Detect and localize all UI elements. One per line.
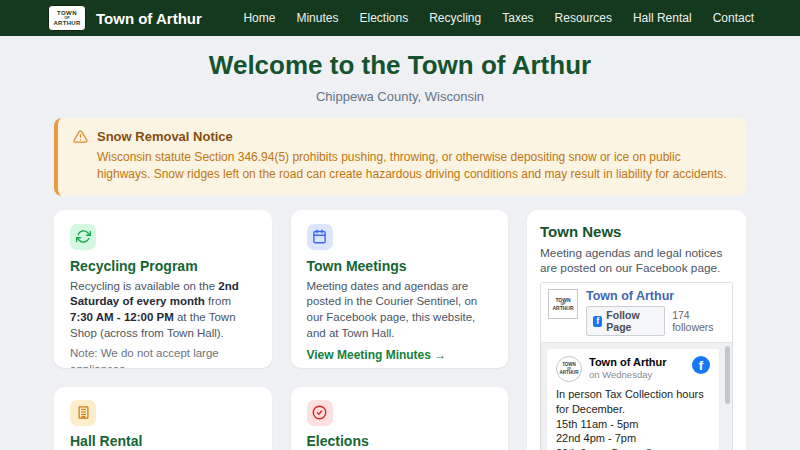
- facebook-logo-icon[interactable]: f: [692, 356, 710, 374]
- facebook-page-name-link[interactable]: Town of Arthur: [586, 289, 725, 303]
- elections-card: Elections: [291, 387, 509, 450]
- site-title: Town of Arthur: [96, 10, 202, 27]
- sidebar-title: Town News: [540, 223, 733, 240]
- facebook-page-logo: TOWN OF ARTHUR: [548, 289, 578, 319]
- nav-link-resources[interactable]: Resources: [555, 11, 612, 25]
- nav-link-contact[interactable]: Contact: [713, 11, 754, 25]
- card-title: Hall Rental: [70, 433, 256, 449]
- post-timestamp: on Wednesday: [589, 369, 667, 380]
- nav-link-hall-rental[interactable]: Hall Rental: [633, 11, 692, 25]
- page-subtitle: Chippewa County, Wisconsin: [54, 89, 746, 104]
- facebook-f-icon: f: [593, 316, 602, 327]
- page-title: Welcome to the Town of Arthur: [54, 51, 746, 81]
- card-body: Meeting dates and agendas are posted in …: [307, 279, 493, 342]
- view-meeting-minutes-link[interactable]: View Meeting Minutes →: [307, 348, 447, 362]
- nav-link-home[interactable]: Home: [243, 11, 275, 25]
- notice-title: Snow Removal Notice: [97, 129, 233, 144]
- main-nav: Home Minutes Elections Recycling Taxes R…: [222, 11, 754, 25]
- recycling-program-card: Recycling Program Recycling is available…: [54, 210, 272, 368]
- check-circle-icon: [307, 400, 333, 426]
- post-body: In person Tax Collection hours for Decem…: [556, 387, 710, 450]
- post-author[interactable]: Town of Arthur: [589, 356, 667, 368]
- facebook-post: TOWN OF ARTHUR Town of Arthur on Wednesd…: [547, 349, 719, 450]
- card-note: Note: We do not accept large appliances.: [70, 346, 256, 368]
- building-icon: [70, 400, 96, 426]
- nav-link-minutes[interactable]: Minutes: [296, 11, 338, 25]
- facebook-page-header: TOWN OF ARTHUR Town of Arthur f Follow P…: [541, 283, 732, 342]
- town-news-panel: Town News Meeting agendas and legal noti…: [527, 210, 746, 450]
- facebook-page-widget: TOWN OF ARTHUR Town of Arthur f Follow P…: [540, 282, 733, 450]
- card-title: Recycling Program: [70, 258, 256, 274]
- service-cards: Recycling Program Recycling is available…: [54, 210, 508, 450]
- alert-triangle-icon: [73, 129, 88, 144]
- snow-removal-notice: Snow Removal Notice Wisconsin statute Se…: [54, 118, 746, 196]
- logo-line: ARTHUR: [53, 20, 80, 26]
- card-body: Recycling is available on the 2nd Saturd…: [70, 279, 256, 342]
- recycle-icon: [70, 224, 96, 250]
- card-title: Elections: [307, 433, 493, 449]
- page-content: Welcome to the Town of Arthur Chippewa C…: [54, 51, 746, 450]
- hall-rental-card: Hall Rental: [54, 387, 272, 450]
- follow-page-button[interactable]: f Follow Page: [586, 306, 665, 336]
- post-avatar: TOWN OF ARTHUR: [556, 356, 582, 382]
- top-nav-bar: TOWN OF ARTHUR Town of Arthur Home Minut…: [0, 0, 800, 36]
- nav-link-taxes[interactable]: Taxes: [502, 11, 533, 25]
- town-meetings-card: Town Meetings Meeting dates and agendas …: [291, 210, 509, 368]
- brand[interactable]: TOWN OF ARTHUR Town of Arthur: [48, 5, 202, 31]
- calendar-icon: [307, 224, 333, 250]
- sidebar-intro: Meeting agendas and legal notices are po…: [540, 246, 733, 276]
- feed-scrollbar[interactable]: [725, 346, 730, 404]
- card-title: Town Meetings: [307, 258, 493, 274]
- notice-body: Wisconsin statute Section 346.94(5) proh…: [97, 149, 730, 184]
- followers-count: 174 followers: [672, 309, 725, 333]
- nav-link-recycling[interactable]: Recycling: [429, 11, 481, 25]
- facebook-feed: TOWN OF ARTHUR Town of Arthur on Wednesd…: [541, 342, 732, 450]
- nav-link-elections[interactable]: Elections: [359, 11, 408, 25]
- town-logo-icon: TOWN OF ARTHUR: [48, 5, 86, 31]
